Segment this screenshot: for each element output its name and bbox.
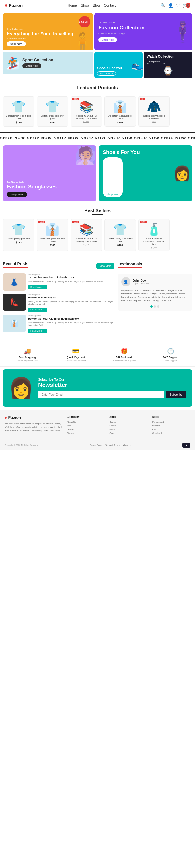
product-img-3: 📚 (73, 100, 100, 114)
feature-shipping-title: Free Shipping (19, 356, 36, 359)
bs-product-price-2: $103 (39, 244, 66, 247)
nav-home[interactable]: Home (68, 3, 77, 7)
bestseller-product-4[interactable]: 👕 Cotton jersey T-shirt with print $100 (104, 219, 136, 251)
footer-more-link-1[interactable]: Wishlist (152, 425, 190, 427)
featured-product-5[interactable]: -8% 🧥 Cotton jersey hooded sweatshirt $9… (138, 96, 170, 126)
post-read-more-3[interactable]: Read More → (28, 329, 47, 333)
wishlist-icon[interactable]: ♡ (176, 3, 180, 8)
post-img-2: 👠 (3, 293, 26, 311)
footer-shop-links: Casual Formal Party Gym (109, 421, 147, 434)
hero-section: 30% OFF Best Seller Now Everything For Y… (0, 11, 195, 81)
newsletter-title: Newsletter (38, 382, 186, 388)
newsletter-email-input[interactable] (38, 391, 164, 398)
shoes-emoji: 👟 (131, 59, 142, 71)
bestseller-product-1[interactable]: 👕 Cotton jersey polo shirt $122 (3, 219, 34, 251)
hero-shoes-btn[interactable]: Shop Now → (97, 71, 116, 75)
footer-company-link-0[interactable]: About Us (66, 421, 105, 423)
testi-dot-2[interactable] (154, 305, 156, 308)
post-read-more-2[interactable]: Read More → (28, 308, 47, 312)
newsletter-subscribe-btn[interactable]: Subscribe (166, 391, 186, 398)
cart-icon[interactable]: 🛒0 (183, 3, 190, 8)
footer-more-link-3[interactable]: Checkout (152, 432, 190, 434)
product-img-4: 👔 (107, 100, 133, 114)
hero-left: 30% OFF Best Seller Now Everything For Y… (3, 13, 93, 79)
product-price-2: $99 (39, 121, 66, 124)
bs-product-badge-3: -20% (72, 220, 79, 223)
bs-product-name-2: Old cotton jacquard polo T-shirt (39, 238, 66, 243)
post-read-more-1[interactable]: Read More → (28, 285, 47, 289)
features-bar: 🚚 Free Shipping Treated at $29 per order… (0, 343, 195, 367)
featured-product-2[interactable]: 👕 Cotton jersey polo shirt print $99 (37, 96, 68, 126)
testi-role: Loyal Customer (133, 282, 149, 285)
bestsellers-title: Best Sellers (3, 208, 192, 213)
hero-travelling-btn[interactable]: Shop Now (7, 41, 26, 46)
fashion-sunglasses-banner: 🧖 Top New Arrivals Fashion Sunglasses Sh… (3, 146, 96, 202)
hero-watch-btn[interactable]: Shop Now → (146, 60, 165, 64)
hero-person-decoration: 🧍 (72, 33, 93, 51)
footer-company-col: Company About Us Blog Contact Sitemap (66, 415, 105, 436)
testi-dot-1[interactable] (150, 305, 152, 308)
hero-watch-title: Watch Collection (146, 54, 189, 58)
post-desc-1: This article breaks down the top trendin… (28, 280, 114, 283)
footer-shop-link-2[interactable]: Party (109, 428, 147, 431)
testi-dot-3[interactable] (157, 305, 160, 308)
bestseller-product-5[interactable]: -50% 🧴 5-Hour Nutrition Consultation 40%… (138, 219, 170, 251)
logo[interactable]: ● Fuzion (5, 2, 23, 8)
footer-shop-link-0[interactable]: Casual (109, 421, 147, 423)
best-seller-label: Best Seller Now (7, 28, 89, 30)
post-tag-1: Uncategorized (28, 274, 114, 276)
feature-payment-sub: 100% Secure Payment (65, 360, 86, 362)
product-name-5: Cotton jersey hooded sweatshirt (141, 115, 167, 120)
feature-gift: 🎁 Gift Certificate Buy More $500 To $100… (113, 348, 136, 362)
nav-shop[interactable]: Shop (81, 3, 89, 7)
footer-company-link-2[interactable]: Contact (66, 428, 105, 431)
footer-more-link-0[interactable]: My account (152, 421, 190, 423)
user-icon[interactable]: 👤 (168, 3, 173, 8)
footer-more-link-2[interactable]: Cart (152, 428, 190, 431)
testimonial-card-1: 👤 John Doe Loyal Customer Aliquam erat v… (118, 274, 192, 311)
footer-shop-link-3[interactable]: Gym (109, 432, 147, 434)
view-more-btn[interactable]: View More (96, 264, 114, 269)
post-img-3: 👔 (3, 315, 26, 332)
product-name-2: Cotton jersey polo shirt print (39, 115, 66, 120)
nav-contact[interactable]: Contact (104, 3, 116, 7)
footer-privacy-link-2[interactable]: About Us (123, 444, 131, 446)
nav-actions: 🔍 👤 ♡ 🛒0 (161, 3, 190, 8)
navbar: ● Fuzion Home Shop Blog Contact 🔍 👤 ♡ 🛒0 (0, 0, 195, 11)
post-content-3: Uncategorized How to Nail Your Clothing … (28, 315, 114, 333)
featured-divider (92, 92, 103, 92)
footer-privacy-links: Privacy Policy Terms of Service About Us (90, 444, 132, 446)
nav-links: Home Shop Blog Contact (68, 3, 116, 7)
featured-product-1[interactable]: 👕 Cotton jersey T-shirt polo shirt $120 (3, 96, 34, 126)
shoes-for-you-btn[interactable]: Shop Now (103, 157, 123, 197)
product-old-price-5: $99 (141, 121, 167, 123)
footer-privacy-link-1[interactable]: Terms of Service (105, 444, 120, 446)
sport-person-emoji: 🏂 (6, 56, 20, 70)
marquee-bar: SHOP NOW SHOP NOW SHOP NOW SHOP NOW SHOP… (0, 132, 195, 143)
footer-company-link-3[interactable]: Sitemap (66, 432, 105, 434)
nav-blog[interactable]: Blog (93, 3, 100, 7)
fashion-tag: Top New Arrivals (7, 181, 92, 183)
bs-product-img-4: 👕 (107, 223, 133, 236)
bs-product-img-1: 👕 (5, 223, 32, 236)
fashion-sunglasses-title: Fashion Sunglasses (7, 184, 92, 190)
posts-header: Recent Posts View More (3, 261, 114, 271)
fashion-sunglasses-btn[interactable]: Shop Now (7, 192, 27, 197)
bestseller-product-3[interactable]: -20% 📚 Modern Glamour – A book by Mika S… (71, 219, 102, 251)
hero-right-bottom: Shoe's For You Shop Now → 👟 Watch Collec… (94, 52, 192, 79)
post-title-2: How to be more stylish (28, 296, 114, 300)
hero-sport-btn[interactable]: Shop Now (22, 63, 41, 68)
featured-product-4[interactable]: 👔 Old cotton jacquard polo T-shirt $102 (104, 96, 136, 126)
shoes-for-you-banner: 👩 Shoe's For You Shop Now (99, 146, 192, 202)
bs-product-img-3: 📚 (73, 223, 100, 236)
footer-privacy-link-0[interactable]: Privacy Policy (90, 444, 103, 446)
hero-fashion-btn[interactable]: Shop Now (99, 37, 117, 42)
search-icon[interactable]: 🔍 (161, 3, 165, 8)
footer-shop-link-1[interactable]: Formal (109, 425, 147, 427)
footer-company-link-1[interactable]: Blog (66, 425, 105, 427)
bestseller-product-2[interactable]: -20% 👔 Old cotton jacquard polo T-shirt … (37, 219, 68, 251)
payment-icon: 💳 (72, 348, 79, 354)
post-item-3: 👔 Uncategorized How to Nail Your Clothin… (3, 315, 114, 333)
back-to-top-btn[interactable]: ▲ (183, 443, 190, 447)
featured-product-3[interactable]: -20% 📚 Modern Glamour – A book by Mika S… (71, 96, 102, 126)
